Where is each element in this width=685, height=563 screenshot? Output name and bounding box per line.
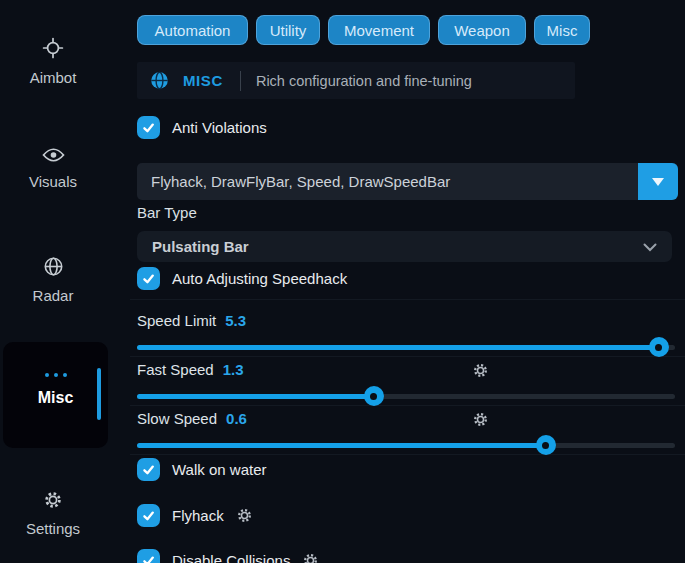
tab-automation[interactable]: Automation xyxy=(137,15,248,45)
checkbox-label: Disable Collisions xyxy=(172,552,290,563)
chevron-down-icon xyxy=(643,238,657,256)
gear-icon[interactable] xyxy=(472,362,489,379)
sidebar-item-visuals[interactable]: Visuals xyxy=(0,147,106,190)
sidebar-item-settings[interactable]: Settings xyxy=(0,490,106,537)
divider xyxy=(240,71,241,91)
crosshair-icon xyxy=(42,37,64,62)
checkbox-label: Walk on water xyxy=(172,461,266,478)
select-value: Pulsating Bar xyxy=(152,238,249,255)
cheat-menu-window: Aimbot Visuals Radar Misc xyxy=(0,0,685,563)
slider-value: 0.6 xyxy=(226,410,247,427)
bar-type-select[interactable]: Pulsating Bar xyxy=(137,231,672,262)
section-title: MISC xyxy=(183,72,223,89)
tab-misc[interactable]: Misc xyxy=(534,15,590,45)
divider xyxy=(130,356,685,357)
dropdown-open-button[interactable] xyxy=(638,163,678,200)
gear-icon[interactable] xyxy=(472,411,489,428)
slow-speed-row: Slow Speed 0.6 xyxy=(137,410,247,427)
divider xyxy=(130,405,685,406)
globe-icon xyxy=(43,256,64,280)
auto-adjust-row: Auto Adjusting Speedhack xyxy=(137,267,347,290)
globe-icon xyxy=(150,71,169,90)
fast-speed-row: Fast Speed 1.3 xyxy=(137,361,244,378)
slider-value: 5.3 xyxy=(225,312,246,329)
walk-on-water-checkbox[interactable] xyxy=(137,458,160,481)
handle-dot xyxy=(655,344,662,351)
section-subtitle: Rich configuration and fine-tuning xyxy=(256,73,472,89)
check-icon xyxy=(141,508,156,523)
auto-adjust-checkbox[interactable] xyxy=(137,267,160,290)
active-indicator-bar xyxy=(97,368,101,420)
category-tabs: Automation Utility Movement Weapon Misc xyxy=(137,15,590,45)
checkbox-label: Flyhack xyxy=(172,507,224,524)
slider-track[interactable] xyxy=(137,345,675,350)
slider-handle[interactable] xyxy=(649,337,669,357)
sidebar-item-aimbot[interactable]: Aimbot xyxy=(0,37,106,86)
slider-handle[interactable] xyxy=(364,386,384,406)
anti-violations-row: Anti Violations xyxy=(137,116,267,139)
divider xyxy=(130,454,685,455)
bar-type-label: Bar Type xyxy=(137,204,197,221)
check-icon xyxy=(141,120,156,135)
flyhack-row: Flyhack xyxy=(137,504,253,527)
sidebar-item-label: Radar xyxy=(33,287,74,304)
slider-fill xyxy=(137,345,659,350)
sidebar-item-label: Settings xyxy=(26,520,80,537)
slider-fill xyxy=(137,443,546,448)
speed-limit-row: Speed Limit 5.3 xyxy=(137,312,246,329)
speed-limit-slider[interactable] xyxy=(137,337,675,357)
sidebar-item-label: Misc xyxy=(38,389,74,407)
slow-speed-slider[interactable] xyxy=(137,435,675,455)
walk-on-water-row: Walk on water xyxy=(137,458,266,481)
check-icon xyxy=(141,553,156,563)
check-icon xyxy=(141,462,156,477)
multiselect-value: Flyhack, DrawFlyBar, Speed, DrawSpeedBar xyxy=(151,173,638,190)
sidebar-item-label: Aimbot xyxy=(30,69,77,86)
section-header: MISC Rich configuration and fine-tuning xyxy=(137,62,575,99)
check-icon xyxy=(141,271,156,286)
divider xyxy=(130,299,685,300)
handle-dot xyxy=(370,393,377,400)
gear-icon[interactable] xyxy=(236,507,253,524)
tab-weapon[interactable]: Weapon xyxy=(438,15,526,45)
handle-dot xyxy=(542,442,549,449)
slider-label: Speed Limit xyxy=(137,312,216,329)
flyhack-checkbox[interactable] xyxy=(137,504,160,527)
gear-icon xyxy=(43,490,63,513)
anti-violations-checkbox[interactable] xyxy=(137,116,160,139)
sidebar-item-label: Visuals xyxy=(29,173,77,190)
disable-collisions-checkbox[interactable] xyxy=(137,549,160,563)
slider-handle[interactable] xyxy=(536,435,556,455)
sidebar-item-radar[interactable]: Radar xyxy=(0,256,106,304)
sidebar-item-misc-active[interactable]: Misc xyxy=(3,342,108,448)
slider-track[interactable] xyxy=(137,394,675,399)
slider-label: Fast Speed xyxy=(137,361,214,378)
eye-icon xyxy=(42,147,65,166)
ellipsis-icon xyxy=(45,373,67,377)
tab-movement[interactable]: Movement xyxy=(328,15,430,45)
checkbox-label: Anti Violations xyxy=(172,119,267,136)
checkbox-label: Auto Adjusting Speedhack xyxy=(172,270,347,287)
gear-icon[interactable] xyxy=(302,552,319,563)
triangle-down-icon xyxy=(652,178,664,186)
slider-fill xyxy=(137,394,374,399)
disable-collisions-row: Disable Collisions xyxy=(137,549,319,563)
slider-track[interactable] xyxy=(137,443,675,448)
fast-speed-slider[interactable] xyxy=(137,386,675,406)
slider-label: Slow Speed xyxy=(137,410,217,427)
slider-value: 1.3 xyxy=(223,361,244,378)
feature-multiselect[interactable]: Flyhack, DrawFlyBar, Speed, DrawSpeedBar xyxy=(137,163,678,200)
tab-utility[interactable]: Utility xyxy=(256,15,320,45)
